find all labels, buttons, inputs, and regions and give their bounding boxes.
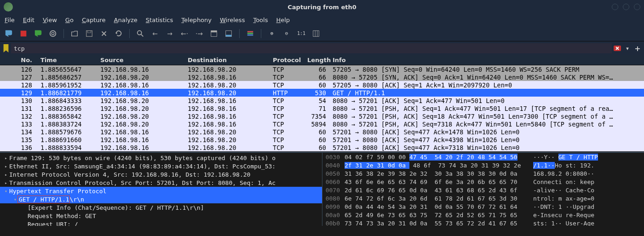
menubar: FileEditViewGoCaptureAnalyzeStatisticsTe… — [0, 14, 644, 26]
app-icon — [4, 2, 13, 12]
menu-analyze[interactable]: Analyze — [114, 17, 138, 23]
detail-row[interactable]: ▾Hypertext Transfer Protocol — [0, 187, 322, 195]
svg-rect-11 — [247, 33, 253, 34]
maximize-button[interactable] — [623, 4, 629, 10]
add-filter-button[interactable]: + — [633, 44, 642, 53]
close-button[interactable] — [634, 4, 640, 10]
packet-row[interactable]: 1291.886821779192.168.98.16192.168.98.20… — [0, 89, 644, 97]
svg-rect-13 — [313, 30, 319, 36]
hex-row[interactable]: 00a065 2d 49 6e 73 65 63 75 72 65 2d 52 … — [322, 212, 644, 220]
col-time: Time — [37, 57, 97, 63]
menu-wireless[interactable]: Wireless — [220, 17, 245, 23]
menu-telephony[interactable]: Telephony — [181, 17, 212, 23]
filter-history-button[interactable]: ▾ — [623, 44, 632, 53]
jump-packet-fwd-button[interactable]: ·→ — [193, 28, 205, 40]
colorize-button[interactable] — [244, 28, 256, 40]
zoom-reset-button[interactable]: 1:1 — [295, 28, 307, 40]
hex-row[interactable]: 00702d 61 6c 69 76 65 0d 0a 43 61 63 68 … — [322, 187, 644, 195]
packet-row[interactable]: 1331.888383724192.168.98.20192.168.98.16… — [0, 120, 644, 128]
col-source: Source — [97, 57, 184, 63]
svg-point-5 — [138, 30, 142, 35]
hex-row[interactable]: 00b073 74 73 3a 20 31 0d 0a 55 73 65 72 … — [322, 220, 644, 226]
svg-rect-12 — [247, 34, 253, 35]
zoom-in-button[interactable]: ⊕ — [266, 28, 278, 40]
go-back-button[interactable]: ← — [149, 28, 161, 40]
detail-row[interactable]: Request Method: GET — [0, 212, 322, 220]
restart-capture-button[interactable] — [32, 28, 44, 40]
clear-filter-button[interactable] — [613, 44, 622, 53]
packet-row[interactable]: 1271.885686257192.168.98.20192.168.98.16… — [0, 73, 644, 81]
menu-help[interactable]: Help — [276, 17, 290, 23]
find-packet-button[interactable] — [134, 28, 146, 40]
open-file-button[interactable] — [69, 28, 80, 40]
col-protocol: Protocol — [269, 57, 304, 63]
svg-rect-0 — [21, 30, 27, 36]
detail-row[interactable]: ▸Internet Protocol Version 4, Src: 192.1… — [0, 170, 322, 178]
hex-row[interactable]: 006043 6f 6e 6e 65 63 74 69 6f 6e 3a 20 … — [322, 178, 644, 187]
packet-row[interactable]: 1261.885655647192.168.98.16192.168.98.20… — [0, 65, 644, 73]
close-file-button[interactable] — [98, 28, 110, 40]
svg-point-2 — [52, 32, 54, 35]
packet-row[interactable]: 1281.885961952192.168.98.16192.168.98.20… — [0, 81, 644, 89]
packet-list-header[interactable]: No. Time Source Destination Protocol Len… — [0, 55, 644, 65]
detail-row[interactable]: ▾GET / HTTP/1.1\r\n — [0, 195, 322, 203]
col-destination: Destination — [184, 57, 269, 63]
toolbar: ← → ←· ·→ ⊕ ⊖ 1:1 — [0, 26, 644, 41]
packet-row[interactable]: 1351.888691660192.168.98.16192.168.98.20… — [0, 136, 644, 144]
svg-rect-7 — [211, 30, 217, 32]
packet-details-pane[interactable]: ▸Frame 129: 530 bytes on wire (4240 bits… — [0, 153, 322, 226]
menu-edit[interactable]: Edit — [23, 17, 34, 23]
detail-row[interactable]: Request URI: / — [0, 220, 322, 226]
display-filter-input[interactable] — [11, 43, 612, 53]
packet-row[interactable]: 1301.886843333192.168.98.20192.168.98.16… — [0, 97, 644, 104]
menu-file[interactable]: File — [5, 17, 15, 23]
hex-row[interactable]: 00806e 74 72 6f 6c 3a 20 6d 61 78 2d 61 … — [322, 195, 644, 203]
menu-statistics[interactable]: Statistics — [146, 17, 173, 23]
menu-tools[interactable]: Tools — [253, 17, 268, 23]
go-last-button[interactable] — [223, 28, 235, 40]
zoom-out-button[interactable]: ⊖ — [281, 28, 293, 40]
minimize-button[interactable] — [612, 4, 618, 10]
menu-capture[interactable]: Capture — [82, 17, 106, 23]
col-length: Length — [304, 57, 329, 63]
stop-capture-button[interactable] — [17, 28, 29, 40]
svg-point-1 — [50, 30, 56, 36]
go-forward-button[interactable]: → — [164, 28, 176, 40]
save-button[interactable] — [83, 28, 95, 40]
hex-row[interactable]: 005031 36 38 2e 39 38 2e 32 30 3a 38 30 … — [322, 170, 644, 178]
packet-bytes-pane[interactable]: 003004 02 f7 59 00 00 47 45 54 20 2f 20 … — [322, 153, 644, 226]
col-info: Info — [329, 57, 644, 63]
svg-rect-3 — [86, 30, 92, 36]
filter-bar: ▾ + — [0, 41, 644, 55]
capture-options-button[interactable] — [47, 28, 59, 40]
menu-view[interactable]: View — [43, 17, 57, 23]
go-first-button[interactable] — [208, 28, 220, 40]
bookmark-icon[interactable] — [2, 44, 10, 52]
start-capture-button[interactable] — [3, 28, 15, 40]
resize-columns-button[interactable] — [310, 28, 322, 40]
packet-list[interactable]: 1261.885655647192.168.98.16192.168.98.20… — [0, 65, 644, 152]
window-title: Capturing from eth0 — [288, 4, 356, 11]
titlebar: Capturing from eth0 — [0, 0, 644, 14]
detail-row[interactable]: ▸Transmission Control Protocol, Src Port… — [0, 178, 322, 187]
col-no: No. — [0, 57, 37, 63]
hex-row[interactable]: 00402f 31 2e 31 0d 0a 48 6f 73 74 3a 20 … — [322, 162, 644, 170]
packet-row[interactable]: 1341.888579676192.168.98.16192.168.98.20… — [0, 128, 644, 136]
packet-row[interactable]: 1321.888365842192.168.98.20192.168.98.16… — [0, 112, 644, 120]
svg-rect-9 — [226, 35, 232, 36]
menu-go[interactable]: Go — [65, 17, 74, 23]
svg-rect-10 — [247, 31, 253, 32]
reload-button[interactable] — [113, 28, 125, 40]
jump-packet-button[interactable]: ←· — [178, 28, 190, 40]
detail-row[interactable]: ▸Ethernet II, Src: SamsungE_a4:34:14 (98… — [0, 162, 322, 170]
packet-row[interactable]: 1311.888236596192.168.98.20192.168.98.16… — [0, 104, 644, 112]
hex-row[interactable]: 003004 02 f7 59 00 00 47 45 54 20 2f 20 … — [322, 154, 644, 162]
hex-row[interactable]: 00900d 0a 44 4e 54 3a 20 31 0d 0a 55 70 … — [322, 203, 644, 212]
detail-row[interactable]: ▸Frame 129: 530 bytes on wire (4240 bits… — [0, 154, 322, 162]
detail-row[interactable]: [Expert Info (Chat/Sequence): GET / HTTP… — [0, 203, 322, 212]
packet-row[interactable]: 1361.888833594192.168.98.16192.168.98.20… — [0, 144, 644, 151]
